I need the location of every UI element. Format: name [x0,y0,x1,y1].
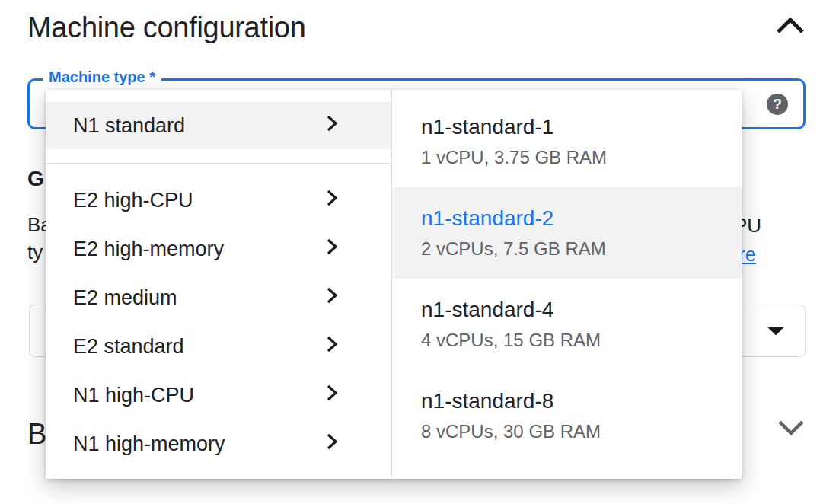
chevron-right-icon [326,286,338,310]
menu-item-e2-high-memory[interactable]: E2 high-memory [46,225,391,273]
chevron-right-icon [326,114,338,138]
collapse-section-button[interactable] [774,14,807,40]
machine-type-label: Machine type * [43,69,161,86]
machine-type-menu: N1 standard E2 high-CPU E2 high-memory [46,90,742,479]
machine-type-name: n1-standard-1 [421,115,742,139]
menu-item-e2-high-cpu[interactable]: E2 high-CPU [46,176,391,225]
expand-section-button[interactable] [775,416,807,442]
occluded-paragraph-line2-start: ty [27,241,43,264]
chevron-right-icon [326,432,338,456]
menu-item-n1-standard-4[interactable]: n1-standard-4 4 vCPUs, 15 GB RAM [392,279,742,370]
machine-type-name: n1-standard-4 [421,298,742,322]
machine-family-pane: N1 standard E2 high-CPU E2 high-memory [46,90,391,479]
occluded-bottom-section-heading: B [27,418,46,451]
machine-family-list: E2 high-CPU E2 high-memory E2 medium [46,176,391,468]
chevron-down-icon [777,419,805,439]
machine-configuration-section: Machine configuration G Ba PU ty re B ? … [0,0,839,504]
menu-item-n1-standard-2[interactable]: n1-standard-2 2 vCPUs, 7.5 GB RAM [392,187,742,279]
chevron-right-icon [326,384,338,407]
machine-type-specs: 2 vCPUs, 7.5 GB RAM [421,238,742,260]
page-title: Machine configuration [27,11,305,44]
menu-item-n1-standard-1[interactable]: n1-standard-1 1 vCPU, 3.75 GB RAM [392,96,742,187]
help-icon[interactable]: ? [767,94,788,115]
chevron-right-icon [326,238,338,261]
caret-down-icon [767,327,784,335]
menu-divider [46,163,391,164]
chevron-up-icon [776,16,805,38]
menu-item-label: E2 high-memory [73,238,224,261]
machine-type-specs: 8 vCPUs, 30 GB RAM [421,421,742,442]
menu-item-e2-standard[interactable]: E2 standard [46,322,391,371]
menu-item-n1-standard[interactable]: N1 standard [46,102,391,149]
machine-type-specs: 4 vCPUs, 15 GB RAM [421,330,742,351]
machine-type-name: n1-standard-8 [421,389,742,413]
menu-item-n1-standard-8[interactable]: n1-standard-8 8 vCPUs, 30 GB RAM [392,370,742,461]
machine-type-name: n1-standard-2 [421,206,742,231]
menu-item-label: E2 high-CPU [73,189,193,212]
menu-item-e2-medium[interactable]: E2 medium [46,273,391,322]
menu-item-label: N1 high-memory [73,432,225,456]
machine-type-pane: n1-standard-1 1 vCPU, 3.75 GB RAM n1-sta… [391,90,742,479]
machine-type-specs: 1 vCPU, 3.75 GB RAM [421,147,742,168]
menu-item-label: E2 standard [73,335,184,359]
occluded-subheading: G [27,167,44,191]
menu-item-label: N1 standard [73,114,185,138]
chevron-right-icon [326,189,338,212]
menu-item-label: E2 medium [73,286,177,310]
menu-item-n1-high-cpu[interactable]: N1 high-CPU [46,371,391,419]
menu-item-n1-high-memory[interactable]: N1 high-memory [46,419,391,468]
menu-item-label: N1 high-CPU [73,384,194,407]
chevron-right-icon [326,335,338,359]
